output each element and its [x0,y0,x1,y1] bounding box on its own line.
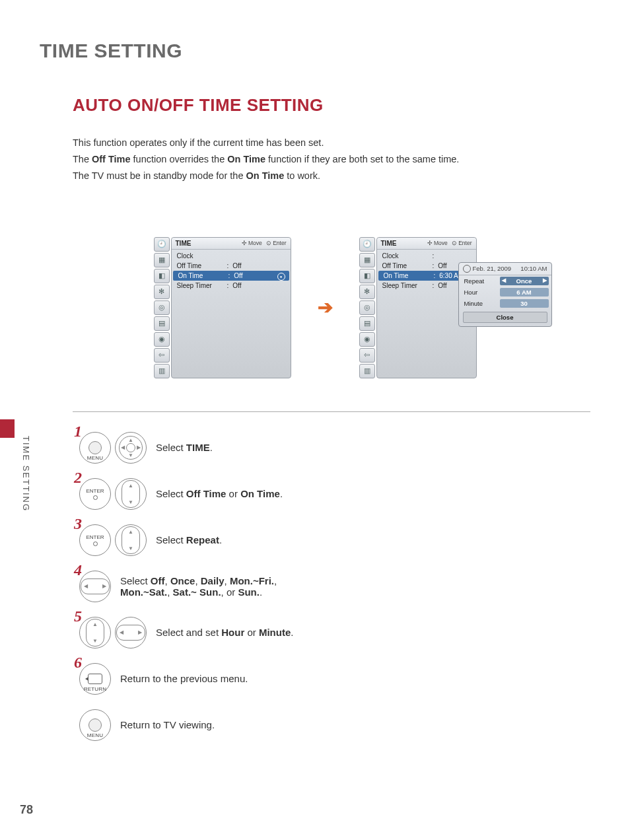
repeat-field: ◀ Once ▶ [500,277,549,285]
osd-screenshot-left: 🕘 ▦ ◧ ✻ ◎ ▤ ◉ ⇦ ▥ TIME ✢ Move ⊙ Enter [154,237,291,378]
step-text: Select Repeat. [156,534,222,545]
step-3: 3 ENTER ▲▼ Select Repeat. [79,524,590,556]
picture-category-icon: ▦ [359,253,375,267]
minute-field: 30 [500,299,549,308]
remote-leftright-icon: ◀▶ [79,571,111,602]
on-time-popup: Feb. 21, 2009 10:10 AM Repeat ◀ Once ▶ H… [458,262,552,327]
step-number: 3 [74,515,82,533]
osd-icon-column: 🕘 ▦ ◧ ✻ ◎ ▤ ◉ ⇦ ▥ [359,237,375,378]
intro-line-2: The Off Time function overrides the On T… [73,152,590,167]
option-category-icon: ▤ [154,316,170,331]
step-4: 4 ◀▶ Select Off, Once, Daily, Mon.~Fri.,… [79,571,590,602]
misc-category-icon: ▥ [359,364,375,378]
osd-screenshot-right: 🕘 ▦ ◧ ✻ ◎ ▤ ◉ ⇦ ▥ TIME ✢ Move ⊙ Enter [359,237,477,378]
side-tab-marker [0,419,15,438]
step-1: 1 MENU ▲▼ ◀▶ Select TIME. [79,432,590,464]
step-number: 5 [74,608,82,625]
page-number: 78 [20,803,33,817]
step-number: 2 [74,469,82,487]
time-category-icon: 🕘 [154,237,170,252]
steps-list: 1 MENU ▲▼ ◀▶ Select TIME. 2 [79,432,590,741]
time-category-icon: 🕘 [359,237,375,252]
osd-row-sleep-timer: Sleep Timer : Off [172,281,291,291]
settings-category-icon: ✻ [154,285,170,299]
arrow-right-icon: ➔ [318,297,333,318]
audio-category-icon: ◧ [154,269,170,283]
osd-panel: TIME ✢ Move ⊙ Enter Clock Off Time : Off [171,237,291,378]
remote-dpad-icon: ▲▼ ◀▶ [115,432,147,464]
popup-row-hour: Hour 6 AM [459,287,551,298]
popup-header: Feb. 21, 2009 10:10 AM [459,263,551,275]
remote-updown-icon: ▲▼ [79,617,111,648]
osd-header: TIME ✢ Move ⊙ Enter [172,238,291,250]
remote-updown-icon: ▲▼ [115,524,147,556]
hint-enter-icon: ⊙ Enter [266,240,287,246]
popup-date: Feb. 21, 2009 [473,265,512,272]
step-2: 2 ENTER ▲▼ Select Off Time or On Time. [79,478,590,510]
option-category-icon: ▤ [359,316,375,331]
osd-row-clock: Clock [172,251,291,261]
enter-hint-icon: ● [277,273,285,281]
settings-category-icon: ✻ [359,285,375,299]
section-divider [73,411,590,412]
osd-title: TIME [381,240,397,247]
step-text: Select and set Hour or Minute. [156,627,293,638]
step-text: Select Off Time or On Time. [156,488,283,499]
popup-time: 10:10 AM [520,265,547,272]
triangle-right-icon: ▶ [543,277,547,283]
osd-title: TIME [176,240,192,247]
remote-leftright-icon: ◀▶ [115,617,147,648]
audio-category-icon: ◧ [359,269,375,283]
remote-return-button-icon: RETURN [79,663,111,695]
remote-enter-button-icon: ENTER [79,524,111,556]
osd-row-on-time-selected: On Time : Off ● [173,271,289,281]
hint-enter-icon: ⊙ Enter [452,240,472,246]
popup-close-button: Close [463,312,547,323]
step-text: Return to TV viewing. [120,719,215,730]
intro-text: This function operates only if the curre… [73,135,590,184]
picture-category-icon: ▦ [154,253,170,267]
popup-row-repeat: Repeat ◀ Once ▶ [459,275,551,287]
clock-icon [463,265,471,273]
usb-category-icon: ⇦ [154,348,170,363]
osd-icon-column: 🕘 ▦ ◧ ✻ ◎ ▤ ◉ ⇦ ▥ [154,237,170,378]
step-text: Select TIME. [156,442,213,453]
osd-row-off-time: Off Time : Off [172,261,291,271]
remote-menu-button-icon: MENU [79,432,111,464]
step-number: 6 [74,654,82,672]
step-5: 5 ▲▼ ◀▶ Select and set Hour or Minute. [79,617,590,648]
lock-category-icon: ◎ [359,300,375,315]
intro-line-3: The TV must be in standby mode for the O… [73,168,590,184]
triangle-left-icon: ◀ [502,277,506,283]
hour-field: 6 AM [500,288,549,297]
osd-screenshots-row: 🕘 ▦ ◧ ✻ ◎ ▤ ◉ ⇦ ▥ TIME ✢ Move ⊙ Enter [40,237,590,378]
step-7: MENU Return to TV viewing. [79,709,590,741]
intro-line-1: This function operates only if the curre… [73,135,590,151]
step-text: Return to the previous menu. [120,673,248,684]
step-6: 6 RETURN Return to the previous menu. [79,663,590,695]
remote-enter-button-icon: ENTER [79,478,111,510]
chapter-title: TIME SETTING [40,40,590,62]
misc-category-icon: ▥ [154,364,170,378]
hint-move-icon: ✢ Move [427,240,448,246]
step-number: 4 [74,561,82,579]
input-category-icon: ◉ [154,332,170,347]
remote-updown-icon: ▲▼ [115,478,147,510]
step-number: 1 [74,423,82,440]
input-category-icon: ◉ [359,332,375,347]
usb-category-icon: ⇦ [359,348,375,363]
popup-row-minute: Minute 30 [459,298,551,309]
step-text: Select Off, Once, Daily, Mon.~Fri., Mon.… [120,575,277,598]
lock-category-icon: ◎ [154,300,170,315]
hint-move-icon: ✢ Move [242,240,262,246]
remote-menu-button-icon: MENU [79,709,111,741]
side-tab-label: TIME SETTING [21,436,31,512]
osd-row-clock: Clock : [377,251,476,261]
osd-header: TIME ✢ Move ⊙ Enter [377,238,476,250]
section-title: AUTO ON/OFF TIME SETTING [73,95,590,116]
